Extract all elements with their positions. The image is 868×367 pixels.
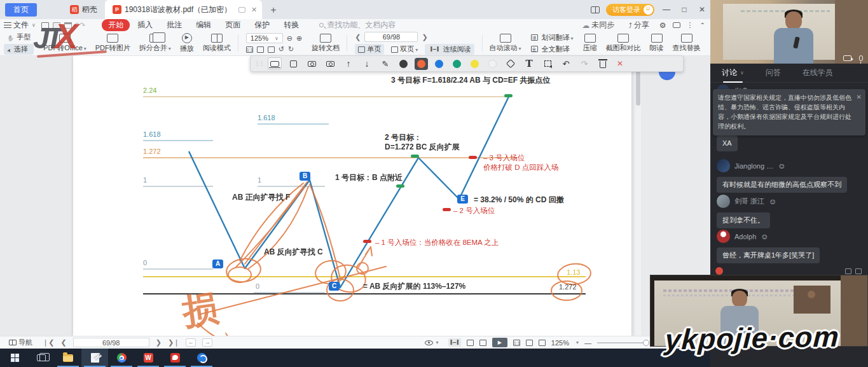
task-view-button[interactable] [28,349,55,367]
avatar[interactable] [717,195,730,208]
share-button[interactable]: 分享 [628,20,649,31]
teacher-video[interactable] [710,0,868,64]
menu-tab-edit[interactable]: 编辑 [189,19,217,31]
guest-login-button[interactable]: 访客登录 [606,4,654,16]
redo-icon[interactable]: ↷ [79,21,85,29]
camera-settings-tool[interactable] [323,57,337,70]
word-translate-button[interactable]: 译划词翻译▾ [531,33,574,43]
undo-annotation[interactable]: ↶ [559,57,573,70]
color-white[interactable] [486,58,499,70]
close-annotation-toolbar[interactable]: ✕ [617,59,623,68]
print-icon[interactable] [64,22,72,29]
tab-qa[interactable]: 问答 [766,64,781,83]
pdf-page[interactable]: 2.24 1.618 1.618 1.272 1 1 0 0 1.13 1.27… [73,56,631,336]
auto-scroll-button[interactable]: 自动滚动▾ [490,34,521,53]
select-tool-button[interactable]: 选择 [4,44,34,55]
more-icon[interactable]: ⋮ [687,21,694,29]
fit-page-icon[interactable] [268,46,275,53]
compress-button[interactable]: 压缩 [583,34,597,53]
color-green[interactable] [450,58,464,70]
delete-annotation[interactable] [596,57,610,70]
rotate-right-icon[interactable]: ↻ [288,45,294,53]
fit-width-icon[interactable] [257,46,264,53]
color-orange-selected[interactable] [415,58,428,70]
new-tab-button[interactable]: ＋ [268,4,278,16]
mic-toggle-icon[interactable] [859,55,863,61]
zoom-select[interactable]: 125%∨ [246,33,283,43]
eye-protect-button[interactable]: ▾ [425,340,439,345]
history-back-icon[interactable]: ← [186,338,196,347]
file-menu[interactable]: 文件 ∨ [4,20,36,31]
marquee-select-tool[interactable] [541,57,555,70]
tab-online-students[interactable]: 在线学员 [803,64,833,83]
zoom-slider-knob[interactable] [643,340,649,346]
gift-icon[interactable] [715,267,723,275]
red-app-taskbar-button[interactable] [162,349,188,367]
page-down-tool[interactable]: ↓ [360,57,374,70]
single-page-icon[interactable] [467,340,474,346]
continuous-read-button[interactable]: Ⅰ–Ⅰ连续阅读 [425,44,474,55]
maximize-button[interactable]: □ [679,5,690,14]
next-page-icon[interactable]: ❯ [422,33,427,41]
close-window-button[interactable]: ✕ [696,5,708,14]
image-icon[interactable] [845,268,851,274]
pdf-reader-taskbar-button[interactable] [81,349,108,367]
rotate-doc-button[interactable]: 旋转文档 [312,34,340,53]
zoom-out-icon[interactable]: ⊖ [287,34,293,43]
wps-taskbar-button[interactable]: W [135,349,162,367]
pdf-to-office-button[interactable]: PDF转Office▾ [43,34,86,53]
chrome-taskbar-button[interactable] [108,349,135,367]
redo-annotation[interactable]: ↷ [577,57,591,70]
menu-tab-convert[interactable]: 转换 [277,19,305,31]
reading-layout-icon[interactable] [591,6,600,13]
screen-annotate-tool[interactable] [268,57,282,70]
page-number-input[interactable]: 69/98 [73,338,149,347]
screenshot-compare-button[interactable]: 截图和对比 [606,34,641,53]
drag-handle[interactable]: ⋮⋮ [254,60,263,67]
double-page-icon[interactable] [479,340,486,346]
save-annotation-tool[interactable] [286,57,300,70]
feedback-icon[interactable] [673,22,680,28]
sync-status[interactable]: 未同步 [582,20,614,31]
file-explorer-button[interactable] [55,349,81,367]
undo-icon[interactable]: ↶ [74,21,79,29]
actual-size-icon[interactable]: 1:1 [246,46,253,53]
menu-tab-page[interactable]: 页面 [219,19,247,31]
open-file-icon[interactable] [41,22,49,29]
collapse-ribbon-icon[interactable]: ⌃ [700,22,705,29]
next-page-icon[interactable]: ❯ [156,338,162,347]
full-translate-button[interactable]: 全全文翻译 [531,45,574,54]
menu-tab-protect[interactable]: 保护 [248,19,276,31]
close-icon[interactable]: ✕ [857,92,862,102]
split-merge-button[interactable]: 拆分合并▾ [139,34,171,53]
actual-size-icon[interactable]: 1:1 [513,340,520,346]
emoji-menu-icon[interactable]: ☺ [778,162,785,170]
tab-discussion[interactable]: 讨论∨ [722,64,744,83]
read-aloud-button[interactable]: 朗读 [650,34,664,53]
page-indicator-input[interactable]: 69/98 [364,32,418,42]
emoji-menu-icon[interactable]: ☺ [761,232,768,241]
classroom-pip-video[interactable] [650,275,868,347]
last-page-icon[interactable]: ❯❘ [168,338,179,347]
fit-width-icon[interactable] [526,340,533,346]
tab-docer[interactable]: 稻 稻壳 [62,0,105,19]
menu-tab-annotate[interactable]: 批注 [160,19,188,31]
pen-tool[interactable] [378,57,392,70]
double-page-button[interactable]: 双页▾ [388,44,421,55]
save-icon[interactable] [53,22,60,29]
continuous-read-icon[interactable]: Ⅰ–Ⅰ [448,338,461,347]
minimize-button[interactable]: — [661,5,672,14]
eraser-tool[interactable] [504,57,518,70]
find-replace-button[interactable]: 查找替换 [673,34,701,53]
start-button[interactable] [1,349,28,367]
read-mode-button[interactable]: 阅读模式 [203,34,231,53]
emoji-menu-icon[interactable]: ☺ [769,197,776,206]
grid-icon[interactable] [855,268,862,274]
tab-document[interactable]: P 190318谐波教材.pdf（已加密） ✕ [105,0,262,19]
fit-page-icon[interactable] [539,340,546,346]
prev-page-icon[interactable]: ❮ [355,33,361,41]
history-forward-icon[interactable]: → [202,338,212,347]
close-tab-icon[interactable]: ✕ [251,6,257,14]
zoom-decrease-icon[interactable]: — [584,339,591,347]
vertical-scrollbar[interactable] [635,56,641,336]
